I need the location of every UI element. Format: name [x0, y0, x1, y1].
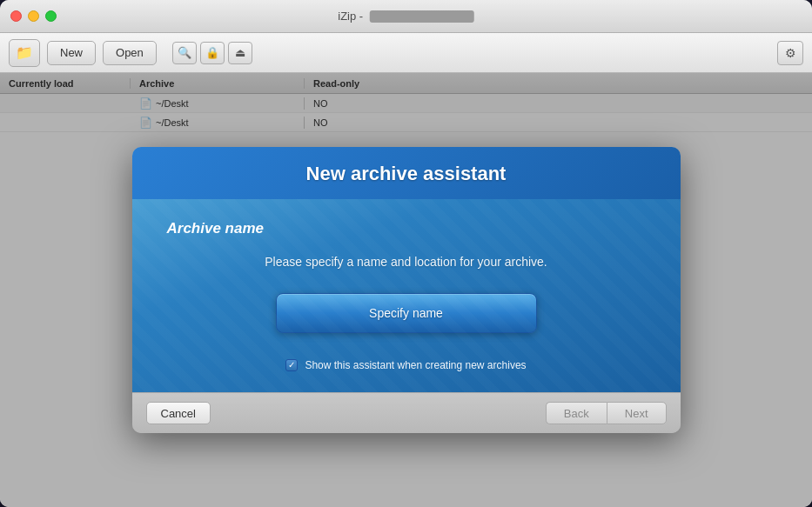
- archive-name-title: Archive name: [167, 220, 646, 237]
- show-assistant-checkbox[interactable]: ✓: [285, 359, 298, 371]
- modal-header: New archive assistant: [132, 147, 681, 199]
- next-button[interactable]: Next: [607, 402, 667, 424]
- folder-icon: 📁: [16, 44, 33, 61]
- mac-window: iZip - 📁 New Open 🔍 🔒 ⏏ ⚙: [0, 0, 812, 507]
- minimize-button[interactable]: [28, 10, 39, 22]
- window-title: iZip -: [338, 10, 474, 23]
- show-assistant-label: Show this assistant when creating new ar…: [305, 359, 526, 371]
- eject-button[interactable]: ⏏: [228, 42, 252, 64]
- modal-footer: Cancel Back Next: [132, 392, 681, 433]
- modal-description: Please specify a name and location for y…: [167, 255, 646, 269]
- open-button[interactable]: Open: [103, 41, 157, 65]
- show-assistant-row: ✓ Show this assistant when creating new …: [167, 359, 646, 371]
- modal-dialog: New archive assistant Archive name Pleas…: [132, 147, 681, 433]
- modal-overlay: New archive assistant Archive name Pleas…: [0, 73, 812, 507]
- search-icon: 🔍: [178, 46, 191, 59]
- toolbar: 📁 New Open 🔍 🔒 ⏏ ⚙: [0, 33, 812, 73]
- eject-icon: ⏏: [235, 46, 245, 59]
- lock-icon: 🔒: [205, 46, 219, 59]
- main-content: Currently load Archive Read-only 📄 ~/Des…: [0, 73, 812, 507]
- new-button[interactable]: New: [47, 41, 96, 65]
- lock-button[interactable]: 🔒: [200, 42, 225, 64]
- checkmark-icon: ✓: [288, 361, 295, 370]
- gear-icon: ⚙: [785, 46, 796, 60]
- modal-title: New archive assistant: [153, 163, 660, 185]
- app-icon-button[interactable]: 📁: [9, 39, 40, 67]
- action-buttons: 🔍 🔒 ⏏: [172, 42, 252, 64]
- traffic-lights: [10, 10, 57, 22]
- cancel-button[interactable]: Cancel: [146, 402, 211, 424]
- gear-button[interactable]: ⚙: [777, 41, 803, 65]
- specify-name-button[interactable]: Specify name: [276, 293, 537, 333]
- maximize-button[interactable]: [45, 10, 57, 22]
- modal-body: Archive name Please specify a name and l…: [132, 199, 681, 392]
- nav-button-group: Back Next: [546, 402, 667, 424]
- title-bar: iZip -: [0, 0, 812, 33]
- back-button[interactable]: Back: [546, 402, 607, 424]
- search-button[interactable]: 🔍: [172, 42, 197, 64]
- close-button[interactable]: [10, 10, 22, 22]
- title-redacted: [370, 10, 474, 23]
